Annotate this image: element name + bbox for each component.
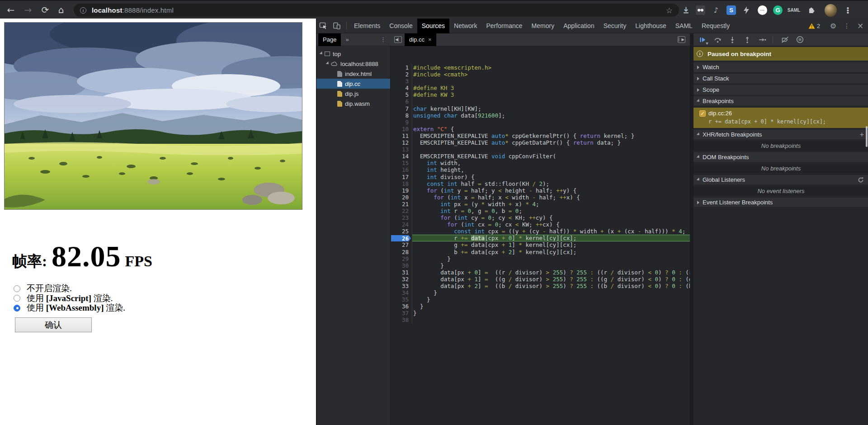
grammarly-extension-icon[interactable]: G [772, 4, 784, 16]
line-number[interactable]: 29 [391, 255, 412, 262]
code-line[interactable]: 10extern "C" { [391, 126, 690, 132]
line-number[interactable]: 8 [391, 112, 412, 119]
line-number[interactable]: 27 [391, 241, 412, 248]
tab-close-icon[interactable]: × [428, 36, 432, 43]
radio-button[interactable] [14, 295, 20, 302]
line-number[interactable]: 37 [391, 310, 412, 316]
step-icon[interactable] [756, 35, 768, 44]
code-line[interactable]: 3 [391, 78, 690, 85]
code-line[interactable]: 25 const int cpx = ((y + (cy - half)) * … [391, 228, 690, 235]
code-line[interactable]: 7char kernel[KH][KW]; [391, 105, 690, 112]
breakpoint-checkbox[interactable]: ✓ [699, 110, 706, 117]
code-line[interactable]: 8unsigned char data[921600]; [391, 112, 690, 119]
code-line[interactable]: 21 int px = (y * width + x) * 4; [391, 201, 690, 208]
code-line-current[interactable]: 26 r += data[cpx + 0] * kernel[cy][cx]; [391, 235, 690, 241]
line-number[interactable]: 26 [391, 235, 412, 241]
section-header-xhr-fetch-breakpoints[interactable]: XHR/fetch Breakpoints+ [693, 130, 868, 139]
code-line[interactable]: 19 for (int y = half; y < height - half;… [391, 187, 690, 194]
code-line[interactable]: 9 [391, 119, 690, 126]
code-line[interactable]: 1#include <emscripten.h> [391, 64, 690, 71]
navigator-overflow-menu[interactable]: ⋮ [380, 36, 386, 43]
paren-extension-icon[interactable]: ··· [756, 4, 769, 16]
code-line[interactable]: 37} [391, 310, 690, 316]
add-breakpoint-icon[interactable]: + [860, 131, 864, 139]
code-line[interactable]: 6 [391, 98, 690, 105]
media-note-extension-icon[interactable]: ♪ [710, 4, 722, 16]
site-info-icon[interactable]: i [80, 7, 86, 14]
navigator-item-dip-js[interactable]: dip.js [316, 89, 390, 99]
disclosure-triangle[interactable] [697, 77, 699, 80]
line-number[interactable]: 22 [391, 208, 412, 214]
profile-avatar[interactable] [825, 4, 837, 16]
code-line[interactable]: 34 } [391, 289, 690, 296]
code-line[interactable]: 20 for (int x = half; x < width - half; … [391, 194, 690, 201]
devtools-close-icon[interactable]: × [856, 21, 865, 30]
incognito-extension-icon[interactable] [694, 4, 707, 16]
expand-sidebar-icon[interactable]: ▏▶ [678, 36, 685, 43]
section-header-breakpoints[interactable]: Breakpoints [693, 96, 868, 106]
devtools-tab-elements[interactable]: Elements [349, 19, 385, 33]
line-number[interactable]: 36 [391, 303, 412, 310]
line-number[interactable]: 17 [391, 174, 412, 180]
devtools-menu-icon[interactable]: ⋮ [842, 21, 851, 30]
line-number[interactable]: 6 [391, 98, 412, 105]
devtools-tab-console[interactable]: Console [385, 19, 417, 33]
devtools-tab-memory[interactable]: Memory [527, 19, 559, 33]
deactivate-breakpoints-icon[interactable] [779, 35, 791, 44]
line-number[interactable]: 5 [391, 91, 412, 98]
section-header-dom-breakpoints[interactable]: DOM Breakpoints [693, 152, 868, 162]
code-line[interactable]: 4#define KH 3 [391, 85, 690, 91]
line-number[interactable]: 9 [391, 119, 412, 126]
bookmark-star-icon[interactable]: ☆ [666, 6, 673, 15]
confirm-button[interactable]: 确认 [15, 317, 92, 332]
issues-warning-badge[interactable]: 2 [808, 23, 820, 29]
devtools-tab-saml[interactable]: SAML [671, 19, 697, 33]
breakpoint-entry[interactable]: ✓dip.cc:26r += data[cpx + 0] * kernel[cy… [693, 108, 868, 128]
line-number[interactable]: 11 [391, 132, 412, 139]
code-line[interactable]: 27 g += data[cpx + 1] * kernel[cy][cx]; [391, 241, 690, 248]
section-header-event-listener-breakpoints[interactable]: Event Listener Breakpoints [693, 198, 868, 207]
code-line[interactable]: 30 } [391, 262, 690, 269]
pause-on-exceptions-icon[interactable] [794, 35, 806, 44]
extensions-puzzle-icon[interactable] [806, 4, 818, 16]
code-line[interactable]: 16 int height, [391, 166, 690, 173]
line-number[interactable]: 28 [391, 249, 412, 255]
navigator-item-dip-cc[interactable]: dip.cc [316, 79, 390, 89]
code-line[interactable]: 23 for (int cy = 0; cy < KH; ++cy) { [391, 214, 690, 221]
devtools-tab-requestly[interactable]: Requestly [697, 19, 734, 33]
line-number[interactable]: 7 [391, 105, 412, 112]
code-line[interactable]: 11 EMSCRIPTEN_KEEPALIVE auto* cppGetkern… [391, 132, 690, 139]
line-number[interactable]: 33 [391, 283, 412, 289]
navigator-item-index-html[interactable]: index.html [316, 69, 390, 79]
line-number[interactable]: 20 [391, 194, 412, 201]
line-number[interactable]: 3 [391, 78, 412, 85]
line-number[interactable]: 30 [391, 262, 412, 269]
section-header-watch[interactable]: Watch [693, 62, 868, 72]
disclosure-triangle[interactable] [320, 52, 324, 56]
devtools-tab-sources[interactable]: Sources [417, 19, 449, 33]
more-tabs-chevron[interactable]: » [345, 36, 349, 43]
code-line[interactable]: 15 int width, [391, 160, 690, 166]
disclosure-triangle[interactable] [697, 88, 699, 92]
code-line[interactable]: 14 EMSCRIPTEN_KEEPALIVE void cppConvFilt… [391, 153, 690, 160]
code-line[interactable]: 31 data[px + 0] = ((r / divisor) > 255) … [391, 269, 690, 276]
line-number[interactable]: 34 [391, 289, 412, 296]
navigator-item-top[interactable]: top [316, 49, 390, 59]
disclosure-triangle[interactable] [697, 201, 699, 204]
reload-button[interactable]: ⟳ [38, 3, 52, 17]
line-number[interactable]: 25 [391, 228, 412, 235]
line-number[interactable]: 1 [391, 64, 412, 71]
url-text[interactable]: localhost:8888/index.html [92, 6, 174, 14]
inspect-element-icon[interactable] [319, 21, 328, 30]
line-number[interactable]: 31 [391, 269, 412, 276]
disclosure-triangle[interactable] [326, 61, 330, 66]
devtools-tab-application[interactable]: Application [559, 19, 599, 33]
resume-script-icon[interactable] [697, 35, 708, 44]
line-number[interactable]: 16 [391, 166, 412, 173]
home-button[interactable]: ⌂ [54, 3, 68, 17]
render-mode-option-3[interactable]: 使用 [WebAssembly] 渲染. [14, 302, 125, 314]
line-number[interactable]: 12 [391, 139, 412, 146]
settings-gear-icon[interactable]: ⚙ [829, 21, 838, 30]
line-number[interactable]: 24 [391, 221, 412, 228]
code-line[interactable]: 2#include <cmath> [391, 71, 690, 78]
